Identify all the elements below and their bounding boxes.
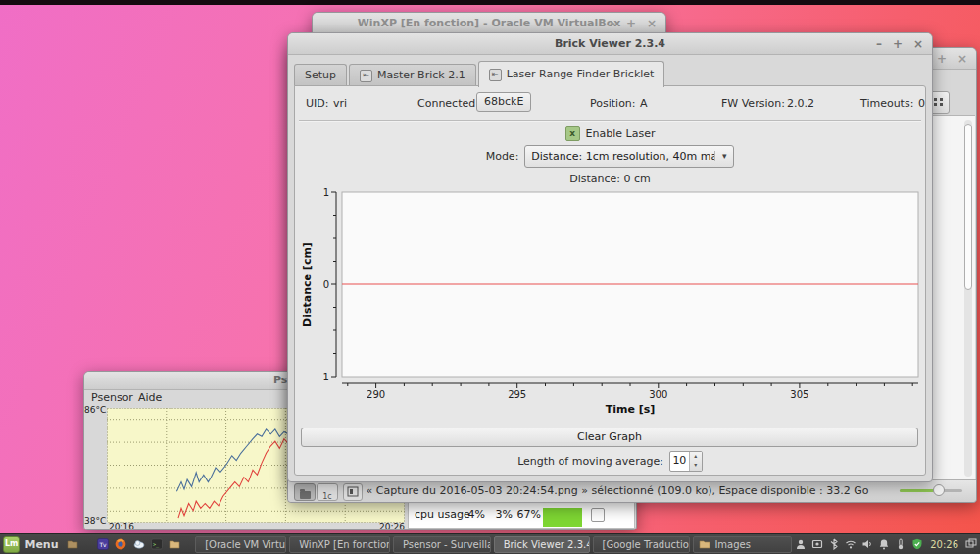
taskbar-button-virtualbox[interactable]: [Oracle VM Virtual... bbox=[195, 536, 286, 553]
svg-text:Tv: Tv bbox=[98, 541, 107, 548]
show-desktop-folder-icon bbox=[67, 538, 78, 550]
position-label: Position: bbox=[590, 96, 636, 112]
moving-average-label: Length of moving average: bbox=[517, 455, 663, 468]
psensor-ymin-label: 38°C bbox=[84, 516, 105, 526]
virtualbox-window-title: WinXP [En fonction] - Oracle VM VirtualB… bbox=[358, 17, 621, 29]
menu-psensor[interactable]: Psensor bbox=[91, 391, 133, 404]
svg-text:305: 305 bbox=[790, 389, 808, 400]
svg-text:Distance [cm]: Distance [cm] bbox=[301, 242, 314, 327]
screenshot-icon[interactable] bbox=[811, 538, 823, 550]
connected-uid-button[interactable]: 68bckE bbox=[476, 92, 531, 112]
tab-setup-label: Setup bbox=[305, 65, 336, 86]
bluetooth-icon[interactable] bbox=[828, 538, 840, 550]
separator bbox=[299, 120, 921, 122]
maximize-button[interactable]: + bbox=[937, 53, 947, 65]
detach-tab-icon: ⇤ bbox=[360, 70, 372, 82]
minimize-button[interactable]: – bbox=[610, 18, 615, 29]
taskbar-button-google-traduction[interactable]: [Google Traduction ... bbox=[593, 536, 691, 553]
tab-laser-range-finder[interactable]: ⇤ Laser Range Finder Bricklet bbox=[478, 61, 665, 87]
sensor-min: 3% bbox=[491, 508, 513, 521]
mint-menu-icon[interactable]: Lm bbox=[3, 536, 20, 553]
moving-average-value: 10 bbox=[670, 452, 689, 471]
moving-average-spinbox[interactable]: 10 ▴ ▾ bbox=[669, 451, 703, 472]
sensor-max: 67% bbox=[514, 508, 541, 521]
sensor-value: 4% bbox=[460, 508, 485, 521]
treeview-icon: 1c bbox=[322, 492, 332, 501]
firefox-icon bbox=[115, 538, 126, 550]
mode-selected-value: Distance: 1cm resolution, 40m max bbox=[525, 150, 714, 163]
menu-button[interactable]: Menu bbox=[24, 538, 58, 551]
enable-laser-label: Enable Laser bbox=[586, 127, 656, 140]
thermometer-icon[interactable] bbox=[895, 538, 906, 550]
close-button[interactable]: × bbox=[913, 38, 923, 50]
system-tray: 20:26 bbox=[795, 538, 977, 550]
launcher-firefox[interactable] bbox=[113, 536, 127, 552]
tab-master-brick[interactable]: ⇤ Master Brick 2.1 bbox=[349, 64, 476, 86]
file-manager-statusbar: 1c « Capture du 2016-05-03 20:24:54.png … bbox=[288, 479, 976, 502]
taskbar-button-label: Images bbox=[714, 539, 751, 550]
enable-laser-checkbox[interactable]: x bbox=[565, 126, 580, 141]
shield-icon[interactable] bbox=[911, 538, 923, 550]
svg-text:300: 300 bbox=[649, 389, 667, 400]
mode-select[interactable]: Distance: 1cm resolution, 40m max ▾ bbox=[524, 145, 734, 168]
timeouts-label: Timeouts: bbox=[860, 96, 913, 112]
user-icon[interactable] bbox=[795, 538, 807, 550]
notifications-icon[interactable] bbox=[878, 538, 890, 550]
places-toggle-button[interactable] bbox=[294, 483, 316, 501]
psensor-ymax-label: 86°C bbox=[84, 405, 105, 415]
launcher-purple-app[interactable]: Tv bbox=[95, 536, 110, 552]
timeouts-value: 0 bbox=[918, 96, 925, 112]
maximize-button[interactable]: + bbox=[626, 18, 636, 29]
virtualbox-titlebar[interactable]: WinXP [En fonction] - Oracle VM VirtualB… bbox=[313, 13, 665, 34]
close-button[interactable]: × bbox=[647, 18, 657, 29]
clock[interactable]: 20:26 bbox=[930, 539, 958, 550]
taskbar-button-label: Brick Viewer 2.3.4 bbox=[504, 539, 590, 550]
tab-master-brick-label: Master Brick 2.1 bbox=[377, 65, 466, 86]
taskbar-button-winxp[interactable]: WinXP [En fonction]... bbox=[289, 536, 390, 553]
tab-setup[interactable]: Setup bbox=[294, 64, 347, 86]
menu-aide[interactable]: Aide bbox=[138, 391, 162, 404]
terminal-icon: >_ bbox=[151, 538, 163, 550]
desktop: { "window_controls": {"minimize": "–", "… bbox=[0, 0, 980, 554]
svg-text:295: 295 bbox=[508, 389, 526, 400]
fw-version-label: FW Version: bbox=[721, 96, 785, 112]
taskbar-button-psensor[interactable]: Psensor - Surveilla... bbox=[393, 536, 491, 553]
svg-text:1: 1 bbox=[323, 187, 329, 198]
brick-viewer-tabbar: Setup ⇤ Master Brick 2.1 ⇤ Laser Range F… bbox=[294, 60, 926, 86]
taskbar-button-label: WinXP [En fonction]... bbox=[299, 539, 390, 550]
launcher-file-manager[interactable] bbox=[168, 536, 182, 552]
close-button[interactable]: × bbox=[957, 53, 967, 65]
clear-graph-button[interactable]: Clear Graph bbox=[301, 428, 918, 447]
position-value: A bbox=[640, 96, 648, 112]
volume-icon[interactable] bbox=[861, 538, 873, 550]
sensor-graph-checkbox[interactable] bbox=[591, 508, 605, 522]
treeview-toggle-button[interactable]: 1c bbox=[317, 483, 338, 501]
file-manager-icon bbox=[169, 538, 180, 550]
minimize-button[interactable]: – bbox=[876, 38, 882, 50]
taskbar: Lm Menu Tv >_ [Oracle VM Virtual... WinX… bbox=[0, 533, 980, 554]
zoom-slider-handle[interactable] bbox=[933, 484, 945, 496]
svg-text:>_: >_ bbox=[153, 541, 160, 548]
wallpaper-top-strip bbox=[0, 0, 980, 5]
cloud-app-icon bbox=[133, 538, 145, 550]
windows-list-icon[interactable] bbox=[965, 538, 977, 550]
maximize-button[interactable]: + bbox=[893, 38, 903, 50]
scrollbar-track[interactable] bbox=[964, 120, 972, 477]
taskbar-button-images[interactable]: Images bbox=[693, 536, 792, 553]
zoom-slider[interactable] bbox=[900, 489, 962, 492]
spin-up-icon[interactable]: ▴ bbox=[690, 452, 702, 462]
scrollbar-thumb[interactable] bbox=[964, 124, 972, 290]
show-desktop-button[interactable] bbox=[66, 536, 80, 552]
taskbar-button-brick-viewer[interactable]: Brick Viewer 2.3.4 bbox=[494, 536, 590, 553]
wifi-icon[interactable] bbox=[845, 538, 857, 550]
launcher-terminal[interactable]: >_ bbox=[149, 536, 164, 552]
brick-viewer-window-title: Brick Viewer 2.3.4 bbox=[555, 37, 665, 50]
brick-viewer-titlebar[interactable]: Brick Viewer 2.3.4 – + × bbox=[288, 33, 932, 55]
svg-text:290: 290 bbox=[367, 389, 385, 400]
tab-laser-range-finder-label: Laser Range Finder Bricklet bbox=[507, 62, 655, 87]
uid-label: UID: bbox=[306, 96, 328, 112]
launcher-cloud-app[interactable] bbox=[131, 536, 146, 552]
spin-down-icon[interactable]: ▾ bbox=[690, 461, 702, 471]
chevron-down-icon: ▾ bbox=[714, 151, 733, 161]
sensor-color-swatch-green bbox=[543, 508, 582, 527]
